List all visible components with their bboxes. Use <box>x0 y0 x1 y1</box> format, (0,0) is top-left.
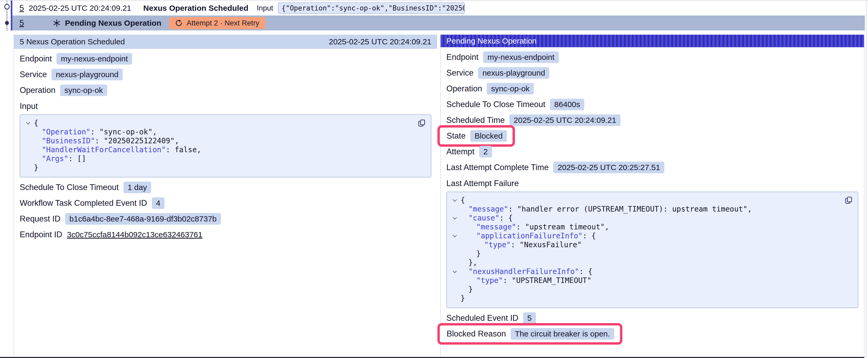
event-title: Nexus Operation Scheduled <box>143 4 248 12</box>
code-line: "nexusHandlerFailureInfo": { <box>449 267 852 276</box>
copy-icon[interactable] <box>844 196 853 206</box>
field-value: my-nexus-endpoint <box>483 52 559 63</box>
detail-row: Servicenexus-playground <box>20 69 431 80</box>
panel-body: Endpointmy-nexus-endpointServicenexus-pl… <box>14 53 437 240</box>
input-label: Input <box>257 4 273 12</box>
event-detail-panel-pending: Pending Nexus Operation Endpointmy-nexus… <box>440 35 864 358</box>
detail-row: Schedule To Close Timeout1 day <box>20 182 431 193</box>
panel-header-pending: Pending Nexus Operation <box>440 35 864 47</box>
json-value: { <box>461 196 465 205</box>
failure-section-label: Last Attempt Failure <box>446 179 858 188</box>
json-value: : [] <box>68 154 86 163</box>
field-label: Operation <box>20 86 56 95</box>
json-value: : "20250225122409", <box>95 136 179 145</box>
json-value: { <box>34 119 38 128</box>
code-gutter <box>449 240 461 249</box>
json-value: } <box>468 285 473 294</box>
json-value: : "NexusFailure" <box>511 240 582 249</box>
json-key: "Args" <box>42 154 68 163</box>
code-gutter <box>22 145 34 154</box>
field-label: Endpoint ID <box>20 230 62 239</box>
json-key: "type" <box>476 276 503 285</box>
failure-json-viewer: {"message": "handler error (UPSTREAM_TIM… <box>446 192 858 308</box>
code-line: { <box>449 196 852 205</box>
field-value: sync-op-ok <box>60 85 107 96</box>
code-line: } <box>22 163 426 172</box>
detail-row: Schedule To Close Timeout86400s <box>446 99 858 110</box>
field-label: Scheduled Event ID <box>446 314 518 323</box>
field-label: Request ID <box>20 214 60 224</box>
detail-row: Scheduled Time2025-02-25 UTC 20:24:09.21 <box>446 115 858 126</box>
field-value: nexus-playground <box>52 69 123 80</box>
pending-asterisk-icon <box>53 19 61 27</box>
input-section-label: Input <box>20 102 431 111</box>
code-line: } <box>449 294 852 303</box>
json-value: } <box>461 294 465 303</box>
code-line: } <box>449 249 852 258</box>
detail-row: Blocked ReasonThe circuit breaker is ope… <box>446 328 858 339</box>
collapse-chevron-icon[interactable] <box>449 267 461 276</box>
detail-row: Endpoint ID3c0c75ccfa8144b092c13ce632463… <box>20 229 431 240</box>
field-value: Blocked <box>470 130 507 142</box>
json-value: } <box>476 249 481 258</box>
collapse-chevron-icon[interactable] <box>449 214 461 223</box>
field-label: Attempt <box>446 147 474 156</box>
json-value: : { <box>583 231 596 240</box>
json-value: : { <box>499 214 513 223</box>
json-value: }, <box>468 258 477 267</box>
json-value: } <box>34 163 38 172</box>
code-line: "Args": [] <box>22 154 426 163</box>
event-id-link[interactable]: 5 <box>20 19 24 28</box>
json-key: "message" <box>476 223 516 231</box>
field-value: 2025-02-25 UTC 20:25:27.51 <box>553 162 664 173</box>
json-value: : false, <box>166 145 201 154</box>
detail-row: Servicenexus-playground <box>446 67 858 79</box>
json-key: "type" <box>484 240 511 249</box>
detail-row: Operationsync-op-ok <box>446 83 858 95</box>
event-detail-panel-scheduled: 5 Nexus Operation Scheduled 2025-02-25 U… <box>14 35 437 358</box>
field-label: Workflow Task Completed Event ID <box>20 198 147 208</box>
panel-header-scheduled: 5 Nexus Operation Scheduled 2025-02-25 U… <box>14 35 437 49</box>
code-gutter <box>22 154 34 163</box>
code-line: "HandlerWaitForCancellation": false, <box>22 145 426 154</box>
detail-row: Request IDb1c6a4bc-8ee7-468a-9169-df3b02… <box>20 213 431 225</box>
code-line: "type": "UPSTREAM_TIMEOUT" <box>449 276 852 285</box>
detail-row: StateBlocked <box>446 130 858 142</box>
field-value: 5 <box>523 312 536 324</box>
event-id-link[interactable]: 5 <box>20 3 24 13</box>
field-value: my-nexus-endpoint <box>57 53 132 65</box>
detail-row: Operationsync-op-ok <box>20 85 431 96</box>
code-gutter <box>449 276 461 285</box>
copy-icon[interactable] <box>417 119 426 129</box>
event-summary-row-scheduled[interactable]: 5 2025-02-25 UTC 20:24:09.21 Nexus Opera… <box>12 1 865 15</box>
json-key: "BusinessID" <box>42 136 95 145</box>
json-key: "message" <box>468 205 508 214</box>
field-value: b1c6a4bc-8ee7-468a-9169-df3b02c8737b <box>65 213 221 225</box>
field-value[interactable]: 3c0c75ccfa8144b092c13ce632463761 <box>67 230 202 239</box>
field-label: State <box>446 131 466 141</box>
code-gutter <box>22 128 34 136</box>
timeline-node-open-icon <box>4 4 10 9</box>
field-value: nexus-playground <box>478 67 549 79</box>
field-label: Service <box>20 70 47 79</box>
retry-attempt-badge: Attempt 2 · Next Retry <box>169 17 265 29</box>
detail-row: Endpointmy-nexus-endpoint <box>446 52 858 63</box>
field-label: Endpoint <box>446 53 478 62</box>
code-line: "BusinessID": "20250225122409", <box>22 136 426 145</box>
field-label: Schedule To Close Timeout <box>20 183 119 192</box>
retry-badge-label: Attempt 2 · Next Retry <box>187 19 259 27</box>
json-key: "Operation" <box>42 128 90 136</box>
code-gutter <box>449 285 461 294</box>
field-value: 2025-02-25 UTC 20:24:09.21 <box>509 115 620 126</box>
field-value: 2 <box>479 146 492 158</box>
collapse-chevron-icon[interactable] <box>449 196 461 205</box>
collapse-chevron-icon[interactable] <box>22 119 34 128</box>
annotation-highlight-box: Blocked ReasonThe circuit breaker is ope… <box>437 323 622 345</box>
code-gutter <box>449 205 461 214</box>
collapse-chevron-icon[interactable] <box>449 231 461 240</box>
input-preview-pill: {"Operation":"sync-op-ok","BusinessID":"… <box>278 2 465 14</box>
field-label: Service <box>446 68 473 78</box>
event-summary-row-pending[interactable]: 5 Pending Nexus Operation Attempt 2 · Ne… <box>12 15 865 30</box>
detail-row: Scheduled Event ID5 <box>446 312 858 324</box>
field-label: Blocked Reason <box>446 329 506 338</box>
